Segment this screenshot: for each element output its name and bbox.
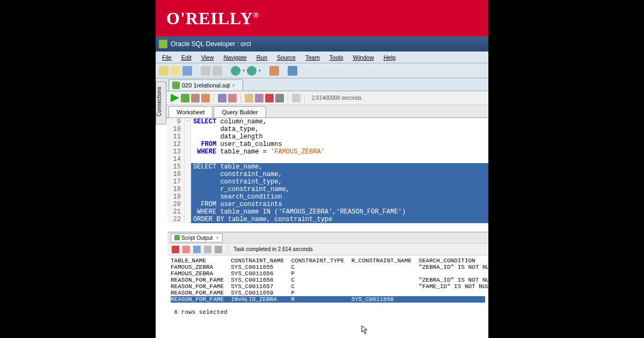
eraser-icon[interactable] <box>265 94 274 102</box>
code-line[interactable]: 15SELECT table_name, <box>167 163 488 171</box>
save-icon[interactable] <box>193 246 201 253</box>
output-tab-label: Script Output <box>181 235 213 241</box>
menu-edit[interactable]: Edit <box>177 53 196 62</box>
registered-mark: ® <box>253 11 259 19</box>
output-row[interactable]: REASON_FOR_FAME SYS_C0011658 C "ZEBRA_ID… <box>171 277 485 283</box>
db-icon[interactable] <box>269 66 279 76</box>
open-icon[interactable] <box>171 66 180 76</box>
clear-icon[interactable] <box>182 246 190 253</box>
tab-query-builder[interactable]: Query Builder <box>214 106 266 117</box>
logo-text: O'REILLY <box>166 9 253 28</box>
print-icon[interactable] <box>204 246 211 253</box>
app-icon <box>159 40 167 48</box>
code-line[interactable]: 13 WHERE table_name = 'FAMOUS_ZEBRA' <box>167 148 488 156</box>
code-line[interactable]: 16 constraint_name, <box>167 171 488 178</box>
editor-sub-tabs: Worksheet Query Builder <box>166 105 488 118</box>
code-line[interactable]: 22ORDER BY table_name, constraint_type <box>167 216 488 223</box>
window-title: Oracle SQL Developer : orcl <box>171 40 251 48</box>
undo-icon[interactable] <box>201 66 210 76</box>
output-row[interactable]: FAMOUS_ZEBRA SYS_C0011656 P <box>171 270 485 277</box>
menu-run[interactable]: Run <box>252 53 272 62</box>
menu-help[interactable]: Help <box>379 53 400 62</box>
redo-icon[interactable] <box>213 66 222 76</box>
file-tab-label: 020 1relational.sql <box>182 82 230 89</box>
unshared-icon[interactable] <box>245 94 253 102</box>
main-toolbar: ▾ ▾ <box>156 63 488 78</box>
code-line[interactable]: 11 data_length <box>167 133 488 141</box>
tab-worksheet[interactable]: Worksheet <box>169 106 213 117</box>
forward-icon[interactable] <box>247 66 257 76</box>
connections-tab[interactable]: Connections <box>156 82 166 124</box>
output-header-row: TABLE_NAME CONSTRAINT_NAME CONSTRAINT_TY… <box>171 258 485 264</box>
mouse-cursor <box>361 325 369 335</box>
menu-file[interactable]: File <box>158 53 176 62</box>
output-panel-header: Script Output × <box>167 232 488 244</box>
code-line[interactable]: 14 <box>167 156 488 163</box>
output-toolbar: Task completed in 2.614 seconds <box>167 244 488 255</box>
code-line[interactable]: 19 search_condition <box>167 193 488 201</box>
code-line[interactable]: 9−SELECT column_name, <box>167 118 488 126</box>
rollback-icon[interactable] <box>228 94 237 102</box>
commit-icon[interactable] <box>218 94 226 102</box>
config-icon[interactable] <box>292 94 301 102</box>
output-footer: 6 rows selected <box>171 309 485 315</box>
save-icon[interactable] <box>182 66 192 76</box>
code-line[interactable]: 21 WHERE table_name IN ('FAMOUS_ZEBRA','… <box>167 208 488 216</box>
code-editor[interactable]: 9−SELECT column_name,10 data_type,11 dat… <box>167 118 488 232</box>
new-icon[interactable] <box>159 66 169 76</box>
run-script-icon[interactable] <box>181 94 189 102</box>
run-icon[interactable] <box>171 94 179 102</box>
dropdown-icon[interactable]: ▾ <box>243 68 245 73</box>
file-tab-active[interactable]: 020 1relational.sql × <box>169 79 243 91</box>
code-line[interactable]: 20 FROM user_constraints <box>167 201 488 208</box>
menu-team[interactable]: Team <box>301 53 324 62</box>
sql-history-icon[interactable] <box>275 94 284 102</box>
code-line[interactable]: 12 FROM user_tab_columns <box>167 141 488 148</box>
output-row[interactable]: REASON_FOR_FAME SYS_C0011659 P <box>171 290 485 296</box>
find-icon[interactable] <box>288 66 297 76</box>
file-tabs: 📄 020 1relational.sql × <box>156 78 488 91</box>
code-line[interactable]: 18 r_constraint_name, <box>167 186 488 193</box>
dropdown-icon[interactable]: ▾ <box>259 68 261 73</box>
menu-view[interactable]: View <box>197 53 218 62</box>
script-output-tab[interactable]: Script Output × <box>171 233 223 243</box>
window-titlebar: Oracle SQL Developer : orcl <box>156 36 488 52</box>
close-icon[interactable]: × <box>216 235 219 241</box>
clear-icon[interactable] <box>255 94 264 102</box>
pin-icon[interactable] <box>172 246 179 253</box>
buffer-icon[interactable] <box>215 246 222 253</box>
menu-source[interactable]: Source <box>273 53 300 62</box>
back-icon[interactable] <box>231 66 240 76</box>
autotrace-icon[interactable] <box>191 94 200 102</box>
output-row[interactable]: FAMOUS_ZEBRA SYS_C0011655 C "ZEBRA_ID" I… <box>171 264 485 270</box>
code-line[interactable]: 17 constraint_type, <box>167 178 488 186</box>
execution-time: 2.61400008 seconds <box>312 95 362 101</box>
output-icon <box>174 235 180 240</box>
sql-file-icon <box>172 82 180 89</box>
output-row[interactable]: REASON_FOR_FAME INVALID_ZEBRA R SYS_C001… <box>171 296 485 303</box>
menu-window[interactable]: Window <box>348 53 378 62</box>
close-icon[interactable]: × <box>232 83 237 88</box>
menubar: File Edit View Navigate Run Source Team … <box>156 52 488 63</box>
publisher-banner: O'REILLY® <box>156 0 488 36</box>
menu-navigate[interactable]: Navigate <box>219 53 251 62</box>
app-window: O'REILLY® Oracle SQL Developer : orcl Fi… <box>156 0 488 338</box>
explain-icon[interactable] <box>201 94 210 102</box>
task-status: Task completed in 2.614 seconds <box>233 246 313 252</box>
oreilly-logo: O'REILLY® <box>166 9 259 28</box>
script-output-body[interactable]: TABLE_NAME CONSTRAINT_NAME CONSTRAINT_TY… <box>167 255 488 318</box>
editor-toolbar: 2.61400008 seconds <box>166 91 488 105</box>
output-row[interactable]: REASON_FOR_FAME SYS_C0011657 C "FAME_ID"… <box>171 283 485 290</box>
code-line[interactable]: 10 data_type, <box>167 126 488 133</box>
menu-tools[interactable]: Tools <box>325 53 348 62</box>
